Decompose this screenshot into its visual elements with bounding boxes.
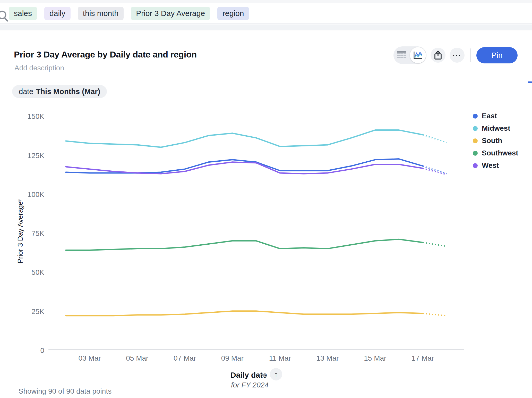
y-axis-expand-icon[interactable]: ▶ xyxy=(19,198,22,203)
x-tick-label-13-mar: 13 Mar xyxy=(311,354,344,362)
share-icon xyxy=(434,50,442,60)
page-title: Prior 3 Day Average by Daily date and re… xyxy=(14,49,197,60)
x-tick-label-17-mar: 17 Mar xyxy=(406,354,440,362)
x-tick-label-11-mar: 11 Mar xyxy=(263,354,297,362)
legend-label: Southwest xyxy=(482,149,518,157)
legend-dot-southwest xyxy=(473,151,478,156)
more-options-button[interactable]: ... xyxy=(450,48,465,63)
search-token-daily[interactable]: daily xyxy=(44,7,71,20)
ellipsis-icon: ... xyxy=(453,50,461,61)
filter-value: This Months (Mar) xyxy=(36,87,100,96)
sort-direction-button[interactable]: ↑ xyxy=(270,368,282,380)
x-tick-label-07-mar: 07 Mar xyxy=(168,354,202,362)
legend-label: East xyxy=(482,112,497,120)
add-description-button[interactable]: Add description xyxy=(14,64,64,72)
y-tick-label-25K: 25K xyxy=(15,308,44,316)
line-chart-icon xyxy=(413,51,423,60)
header-controls: ... Pin xyxy=(393,46,518,64)
search-token-prior-3-day-average[interactable]: Prior 3 Day Average xyxy=(131,7,210,20)
y-tick-label-0: 0 xyxy=(15,346,44,355)
search-icon xyxy=(0,9,9,24)
pin-button[interactable]: Pin xyxy=(476,47,518,63)
x-tick-label-09-mar: 09 Mar xyxy=(216,354,249,362)
search-token-this-month[interactable]: this month xyxy=(78,7,124,20)
view-toggle[interactable] xyxy=(393,46,426,64)
chevron-down-icon[interactable] xyxy=(261,374,266,377)
search-token-list: salesdailythis monthPrior 3 Day Averager… xyxy=(9,7,249,20)
x-tick-label-15-mar: 15 Mar xyxy=(358,354,392,362)
table-view-icon[interactable] xyxy=(397,51,407,60)
legend-dot-east xyxy=(473,114,478,119)
legend-label: West xyxy=(482,161,499,170)
background-band xyxy=(0,24,532,30)
legend-label: Midwest xyxy=(482,124,510,132)
legend-label: South xyxy=(482,137,502,145)
y-tick-label-125K: 125K xyxy=(15,152,44,160)
legend-dot-south xyxy=(473,138,478,143)
legend-item-south[interactable]: South xyxy=(473,135,518,147)
data-points-status: Showing 90 of 90 data points xyxy=(19,387,111,395)
share-button[interactable] xyxy=(431,48,445,63)
search-bar[interactable]: salesdailythis monthPrior 3 Day Averager… xyxy=(0,3,532,24)
y-axis-title: Prior 3 Day Average xyxy=(16,194,24,271)
legend-dot-west xyxy=(473,163,478,168)
filter-field-label: date xyxy=(19,87,33,96)
arrow-up-icon: ↑ xyxy=(274,370,278,379)
search-token-sales[interactable]: sales xyxy=(9,7,37,20)
top-strip xyxy=(0,0,532,3)
date-filter-pill[interactable]: date This Months (Mar) xyxy=(12,85,107,98)
search-token-region[interactable]: region xyxy=(217,7,249,20)
x-tick-label-05-mar: 05 Mar xyxy=(121,354,154,362)
legend-item-west[interactable]: West xyxy=(473,159,518,172)
chart-legend: EastMidwestSouthSouthwestWest xyxy=(473,110,518,172)
divider xyxy=(470,48,471,62)
x-axis-subtitle: for FY 2024 xyxy=(211,381,288,389)
legend-item-southwest[interactable]: Southwest xyxy=(473,147,518,159)
legend-item-midwest[interactable]: Midwest xyxy=(473,122,518,135)
chart-view-toggle-selected[interactable] xyxy=(410,47,426,63)
scroll-indicator xyxy=(528,81,532,83)
x-tick-label-03-mar: 03 Mar xyxy=(73,354,106,362)
y-tick-label-150K: 150K xyxy=(15,112,44,121)
legend-dot-midwest xyxy=(473,126,478,131)
legend-item-east[interactable]: East xyxy=(473,110,518,122)
x-axis-line xyxy=(48,349,464,350)
